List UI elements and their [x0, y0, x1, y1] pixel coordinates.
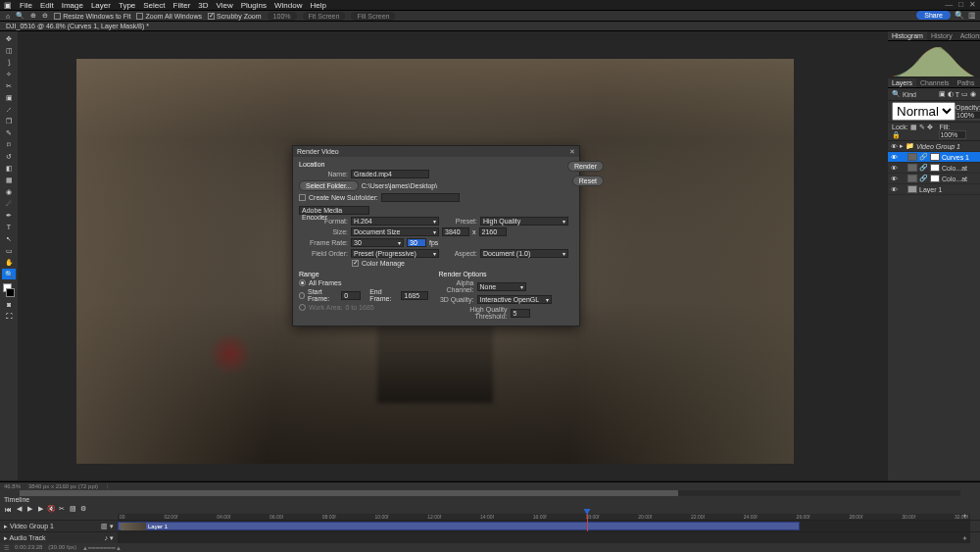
render-button[interactable]: Render — [567, 161, 604, 172]
layer-layer1[interactable]: 👁 Layer 1 — [888, 184, 980, 195]
screenmode-tool[interactable]: ⛶ — [2, 311, 16, 322]
eraser-tool[interactable]: ◧ — [2, 163, 16, 174]
framerate-input[interactable] — [407, 238, 426, 247]
filter-icon[interactable]: T — [956, 91, 959, 98]
encoder-select[interactable]: Adobe Media Encoder — [299, 206, 369, 215]
dodge-tool[interactable]: ☄ — [2, 198, 16, 209]
marquee-tool[interactable]: ◫ — [2, 45, 16, 56]
track-menu-icon[interactable]: ▥ ▾ — [101, 523, 114, 530]
history-brush-tool[interactable]: ↺ — [2, 151, 16, 162]
dialog-close-icon[interactable]: ✕ — [569, 148, 575, 156]
eyedropper-tool[interactable]: ⟋ — [2, 104, 16, 115]
work-area-radio[interactable] — [299, 304, 306, 311]
lasso-tool[interactable]: ⟆ — [2, 57, 16, 68]
start-frame-input[interactable] — [341, 291, 361, 300]
create-subfolder-checkbox[interactable] — [299, 194, 306, 201]
fit-screen-button[interactable]: Fit Screen — [303, 12, 346, 21]
play-icon[interactable]: ▶ — [25, 505, 33, 513]
audio-track-name[interactable]: Audio Track — [10, 534, 46, 541]
menu-type[interactable]: Type — [119, 1, 135, 10]
prev-frame-icon[interactable]: ◀ — [15, 505, 23, 513]
width-input[interactable] — [442, 227, 469, 236]
framerate-select[interactable]: 30 — [351, 238, 404, 247]
layer-color-lookup-2[interactable]: 👁 🔗 Colo...at — [888, 174, 980, 184]
filter-icon[interactable]: ▭ — [961, 90, 968, 98]
layer-color-lookup-1[interactable]: 👁 🔗 Colo...at — [888, 163, 980, 174]
aspect-select[interactable]: Document (1.0) — [480, 249, 568, 258]
document-tab[interactable]: DJI_0516 @ 46.8% (Curves 1, Layer Mask/8… — [0, 22, 980, 31]
visibility-icon[interactable]: 👁 — [890, 176, 898, 182]
opacity-input[interactable] — [956, 111, 980, 120]
visibility-icon[interactable]: 👁 — [890, 165, 898, 172]
name-input[interactable] — [351, 170, 429, 178]
mute-icon[interactable]: 🔇 — [47, 505, 55, 513]
split-icon[interactable]: ✂ — [58, 505, 66, 513]
filter-icon[interactable]: ▣ — [939, 90, 946, 98]
settings-icon[interactable]: ⚙ — [79, 505, 87, 513]
menu-plugins[interactable]: Plugins — [241, 1, 267, 10]
maximize-icon[interactable]: □ — [958, 0, 963, 9]
blend-mode-select[interactable]: Normal — [892, 102, 956, 121]
gradient-tool[interactable]: ▦ — [2, 175, 16, 185]
minimize-icon[interactable]: — — [945, 0, 953, 9]
tab-layers[interactable]: Layers — [888, 78, 916, 87]
wand-tool[interactable]: ✧ — [2, 69, 16, 79]
audio-menu-icon[interactable]: ♪ ▾ — [105, 534, 114, 542]
start-frame-radio[interactable] — [299, 292, 305, 299]
menu-select[interactable]: Select — [143, 1, 165, 10]
menu-edit[interactable]: Edit — [40, 1, 54, 10]
shape-tool[interactable]: ▭ — [2, 245, 16, 256]
height-input[interactable] — [479, 227, 507, 236]
menu-image[interactable]: Image — [62, 1, 83, 10]
close-icon[interactable]: ✕ — [969, 0, 976, 9]
background-swatch[interactable] — [6, 288, 15, 297]
menu-help[interactable]: Help — [310, 1, 325, 10]
move-tool[interactable]: ✥ — [2, 33, 16, 44]
menu-file[interactable]: File — [20, 1, 32, 10]
fill-input[interactable] — [939, 130, 966, 139]
pen-tool[interactable]: ✒ — [2, 210, 16, 221]
visibility-icon[interactable]: 👁 — [890, 143, 898, 150]
type-tool[interactable]: T — [2, 222, 16, 232]
format-select[interactable]: H.264 — [351, 217, 439, 226]
workspace-icon[interactable]: ▥ — [968, 11, 976, 20]
zoom-100-button[interactable]: 100% — [268, 12, 297, 21]
add-audio-icon[interactable]: ＋ — [961, 533, 968, 543]
menu-layer[interactable]: Layer — [91, 1, 111, 10]
preset-select[interactable]: High Quality — [480, 217, 568, 226]
zoom-all-checkbox[interactable] — [136, 13, 143, 20]
menu-3d[interactable]: 3D — [198, 1, 208, 10]
timeline-tab[interactable]: Timeline — [0, 496, 980, 504]
next-frame-icon[interactable]: ▶ — [36, 505, 44, 513]
scrubby-checkbox[interactable] — [208, 13, 215, 20]
menu-filter[interactable]: Filter — [173, 1, 191, 10]
zoom-in-icon[interactable]: ⊕ — [30, 12, 36, 20]
heal-tool[interactable]: ❒ — [2, 116, 16, 126]
menu-window[interactable]: Window — [274, 1, 302, 10]
filter-icon[interactable]: ◐ — [948, 90, 954, 98]
zoom-slider[interactable]: ▲━━━━━━━▲ — [82, 544, 122, 551]
zoom-out-icon[interactable]: ⊖ — [42, 12, 48, 20]
end-frame-input[interactable] — [401, 291, 428, 300]
all-frames-radio[interactable] — [299, 279, 306, 286]
subfolder-input[interactable] — [381, 193, 460, 202]
tab-paths[interactable]: Paths — [954, 78, 979, 87]
share-button[interactable]: Share — [916, 11, 951, 20]
add-media-icon[interactable]: ＋ — [961, 511, 968, 521]
search-icon[interactable]: 🔍 — [955, 11, 964, 20]
transition-icon[interactable]: ▨ — [69, 505, 76, 513]
stamp-tool[interactable]: ⌑ — [2, 139, 16, 150]
zoom-tool[interactable]: 🔍 — [2, 269, 16, 279]
frame-tool[interactable]: ▣ — [2, 92, 16, 103]
blur-tool[interactable]: ◉ — [2, 186, 16, 197]
brush-tool[interactable]: ✎ — [2, 127, 16, 138]
track-name[interactable]: Video Group 1 — [10, 523, 54, 529]
path-tool[interactable]: ↖ — [2, 233, 16, 244]
tab-histogram[interactable]: Histogram — [888, 31, 927, 40]
playhead[interactable] — [587, 509, 588, 531]
quality-select[interactable]: Interactive OpenGL — [477, 295, 552, 304]
tab-channels[interactable]: Channels — [916, 78, 954, 87]
layer-filter-kind[interactable]: Kind — [903, 91, 916, 98]
quickmask-tool[interactable]: ◙ — [2, 299, 16, 310]
resize-windows-checkbox[interactable] — [54, 13, 61, 20]
